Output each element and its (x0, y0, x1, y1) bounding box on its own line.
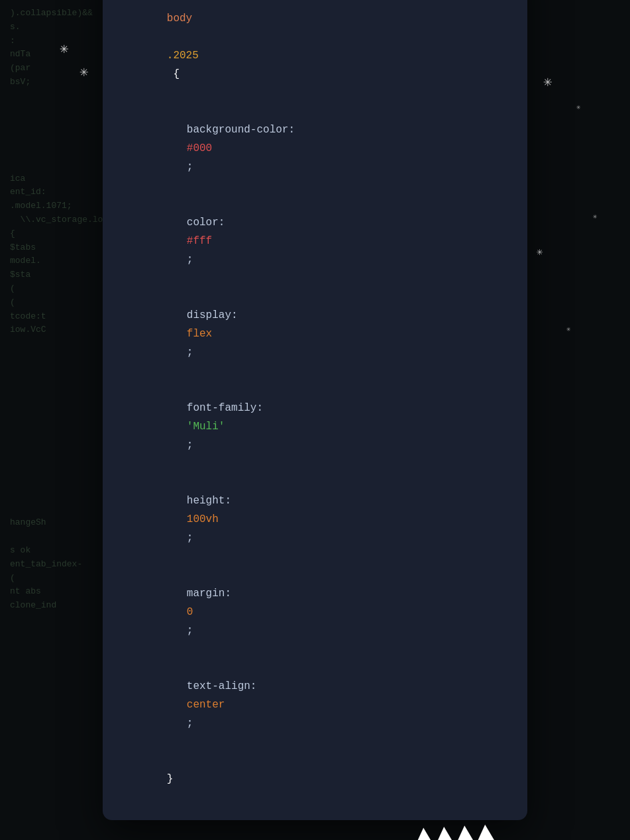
editor-body: body .2025 { background-color: #000 ; co… (103, 0, 527, 820)
code-selector: body (167, 13, 192, 25)
code-line-1: body .2025 { (116, 0, 514, 102)
code-line-6: height: 100vh ; (116, 473, 514, 566)
code-editor-window: ▼▼▼▼▼ Style.css body .2025 { background-… (103, 0, 527, 820)
icicles-bottom: ▼▼▼▼ (411, 813, 495, 840)
code-line-3: color: #fff ; (116, 195, 514, 288)
code-line-4: display: flex ; (116, 288, 514, 380)
code-line-2: background-color: #000 ; (116, 102, 514, 195)
main-content: ❄ ¡Cuenta regresiva 2025! ❄ 3 days ❄ 03 … (0, 0, 630, 840)
code-line-9: } (116, 751, 514, 807)
code-line-7: margin: 0 ; (116, 566, 514, 658)
code-line-5: font-family: 'Muli' ; (116, 380, 514, 473)
code-line-8: text-align: center ; (116, 658, 514, 751)
code-class: .2025 (167, 50, 199, 62)
